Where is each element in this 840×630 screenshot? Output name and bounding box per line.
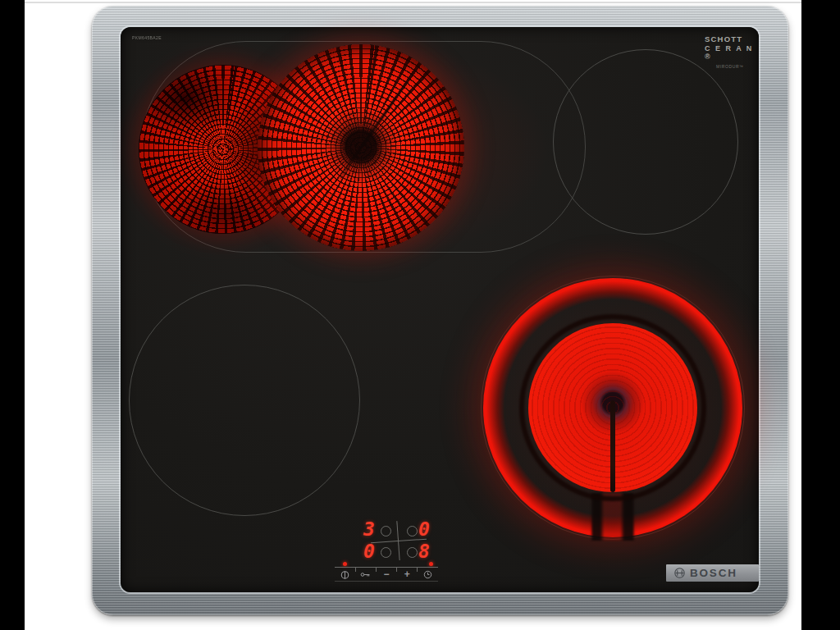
- front-right-sensor-rod: [610, 400, 615, 492]
- schott-logo-line1: SCHOTT: [705, 35, 757, 44]
- touch-key-row: − +: [335, 567, 438, 582]
- model-number-label: PKM645BA2E: [132, 35, 162, 40]
- thermal-limiter-rod: [359, 69, 417, 148]
- right-black-bar: [801, 0, 840, 630]
- left-black-bar: [0, 0, 25, 630]
- schott-logo-subtext: MIRODUR™: [716, 65, 757, 70]
- ceramic-glass-surface: PKM645BA2E SCHOTT C E R A N ® MIRODUR™: [121, 27, 759, 592]
- display-divider-cross: [368, 519, 429, 563]
- rear-right-zone-outline: [553, 49, 738, 235]
- clock-icon: [422, 569, 433, 580]
- power-key: [335, 568, 355, 582]
- left-status-led: [343, 562, 347, 566]
- rear-left-outer-coil: [258, 44, 464, 251]
- page-background: PKM645BA2E SCHOTT C E R A N ® MIRODUR™: [0, 0, 840, 630]
- right-status-led: [429, 562, 433, 566]
- schott-logo-line2: C E R A N ®: [705, 44, 757, 62]
- plus-label: +: [404, 569, 410, 579]
- bosch-logo-text: BOSCH: [690, 567, 737, 579]
- hob-product-image[interactable]: PKM645BA2E SCHOTT C E R A N ® MIRODUR™: [92, 6, 788, 615]
- front-left-zone-outline: [129, 285, 360, 516]
- top-divider-line: [25, 2, 801, 3]
- schott-ceran-logo: SCHOTT C E R A N ® MIRODUR™: [705, 35, 757, 69]
- bosch-brand-strip: BOSCH: [666, 564, 759, 582]
- increase-key: +: [397, 568, 418, 582]
- minus-label: −: [384, 569, 390, 579]
- bosch-armature-icon: [673, 567, 686, 579]
- decrease-key: −: [376, 568, 396, 582]
- front-right-zone: [483, 278, 742, 537]
- power-icon: [340, 569, 350, 580]
- child-lock-key: [355, 568, 376, 582]
- timer-key: [418, 568, 438, 582]
- key-icon: [360, 569, 371, 580]
- thermal-limiter-rod-stub: [338, 147, 363, 180]
